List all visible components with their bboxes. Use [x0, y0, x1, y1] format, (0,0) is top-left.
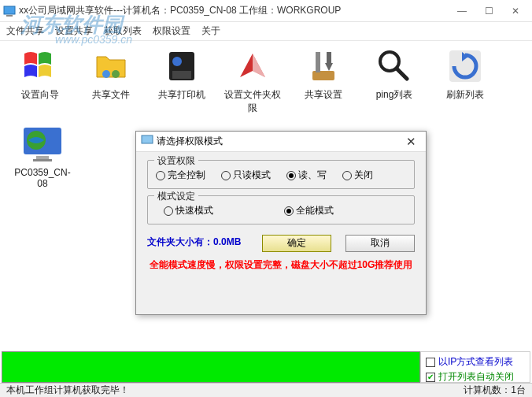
computer-item[interactable]: PC0359_CN-08	[11, 124, 74, 189]
magnifier-icon	[375, 47, 413, 85]
permission-mode-dialog: 请选择权限模式 ✕ 设置权限 完全控制 只读模式 读、写 关闭 模式设定 快速模…	[135, 131, 427, 315]
radio-read-write[interactable]: 读、写	[286, 169, 327, 182]
tool-label: 共享设置	[305, 88, 342, 102]
computer-label: PC0359_CN-08	[11, 167, 74, 189]
tool-ping-list[interactable]: ping列表	[362, 47, 427, 115]
windows-flag-icon	[21, 47, 59, 85]
tools-icon	[305, 47, 342, 85]
tool-share-settings[interactable]: 共享设置	[291, 47, 356, 115]
tool-label: 设置文件夹权限	[220, 88, 285, 115]
folder-share-icon	[92, 47, 130, 85]
window-controls: — ☐ ✕	[449, 2, 529, 20]
maximize-button[interactable]: ☐	[475, 2, 502, 20]
dialog-titlebar: 请选择权限模式 ✕	[136, 132, 426, 152]
dialog-icon	[141, 134, 153, 149]
file-size-row: 文件夹大小有：0.0MB	[147, 236, 241, 249]
menu-about[interactable]: 关于	[201, 24, 220, 38]
cancel-button[interactable]: 取消	[345, 235, 415, 252]
svg-rect-1	[6, 15, 13, 17]
refresh-icon	[446, 47, 484, 85]
tool-label: ping列表	[376, 88, 413, 102]
svg-line-10	[397, 69, 407, 79]
toolbar: 设置向导 共享文件 共享打印机 设置文件夹权限 共享设置 ping列表 刷新	[0, 41, 532, 124]
menu-get-list[interactable]: 获取列表	[104, 24, 142, 38]
svg-rect-8	[316, 52, 320, 72]
status-left: 本机工作组计算机获取完毕！	[6, 384, 129, 397]
svg-point-5	[172, 57, 182, 66]
checkbox-ip-view[interactable]: 以IP方式查看列表	[426, 355, 525, 369]
tool-share-printer[interactable]: 共享打印机	[150, 47, 214, 115]
menu-set-share[interactable]: 设置共享	[55, 24, 93, 38]
radio-fast-mode[interactable]: 快速模式	[164, 204, 213, 217]
printer-icon	[163, 47, 201, 85]
menu-permission[interactable]: 权限设置	[153, 24, 190, 38]
dialog-close-button[interactable]: ✕	[401, 133, 421, 150]
radio-close[interactable]: 关闭	[342, 169, 373, 182]
tool-label: 共享打印机	[158, 88, 205, 102]
svg-rect-14	[36, 156, 49, 159]
bottom-bar: 以IP方式查看列表 打开列表自动关闭	[2, 351, 530, 383]
tool-label: 刷新列表	[446, 88, 484, 102]
status-right: 计算机数：1台	[464, 384, 526, 397]
book-icon	[234, 47, 272, 85]
tool-refresh-list[interactable]: 刷新列表	[433, 47, 497, 115]
app-icon	[3, 5, 16, 17]
fieldset-permission: 设置权限 完全控制 只读模式 读、写 关闭	[147, 160, 415, 189]
statusbar: 本机工作组计算机获取完毕！ 计算机数：1台	[0, 383, 532, 397]
file-size-value: 0.0MB	[213, 236, 241, 247]
progress-bar	[2, 351, 420, 383]
svg-rect-0	[4, 6, 15, 14]
tool-setup-wizard[interactable]: 设置向导	[8, 47, 72, 115]
window-titlebar: xx公司局域网共享软件---计算机名：PC0359_CN-08 工作组：WORK…	[0, 0, 532, 22]
tool-share-file[interactable]: 共享文件	[79, 47, 143, 115]
svg-rect-16	[142, 135, 153, 143]
tool-label: 共享文件	[92, 88, 130, 102]
checkbox-icon	[426, 373, 435, 382]
close-button[interactable]: ✕	[502, 2, 529, 20]
ok-button[interactable]: 确定	[262, 235, 331, 252]
menubar: 文件共享 设置共享 获取列表 权限设置 关于	[0, 22, 532, 41]
checkbox-icon	[426, 358, 435, 367]
window-title: xx公司局域网共享软件---计算机名：PC0359_CN-08 工作组：WORK…	[19, 4, 341, 17]
svg-point-3	[112, 70, 120, 78]
options-panel: 以IP方式查看列表 打开列表自动关闭	[420, 351, 530, 383]
legend-mode: 模式设定	[154, 190, 198, 203]
radio-readonly[interactable]: 只读模式	[221, 169, 271, 182]
svg-rect-15	[33, 159, 52, 161]
tool-folder-permission[interactable]: 设置文件夹权限	[220, 47, 285, 115]
legend-permission: 设置权限	[154, 154, 198, 168]
fieldset-mode: 模式设定 快速模式 全能模式	[147, 195, 415, 224]
minimize-button[interactable]: —	[449, 2, 475, 20]
checkbox-auto-close[interactable]: 打开列表自动关闭	[426, 370, 525, 384]
monitor-globe-icon	[19, 124, 66, 164]
warning-text: 全能模式速度慢，权限设置完整，磁盘大小不超过10G推荐使用	[147, 258, 415, 272]
radio-full-mode[interactable]: 全能模式	[284, 204, 334, 217]
svg-point-2	[102, 70, 110, 78]
svg-rect-6	[172, 71, 191, 79]
menu-file-share[interactable]: 文件共享	[6, 24, 44, 38]
tool-label: 设置向导	[21, 88, 59, 102]
dialog-title: 请选择权限模式	[157, 135, 223, 148]
radio-full-control[interactable]: 完全控制	[156, 169, 205, 182]
